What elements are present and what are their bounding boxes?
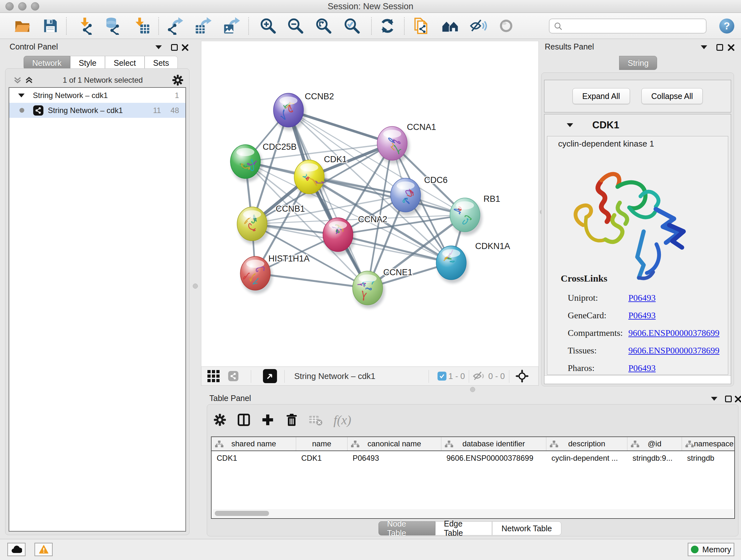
detach-view-icon[interactable]	[263, 369, 277, 383]
import-table-button[interactable]	[131, 16, 152, 36]
expand-all-button[interactable]: Expand All	[572, 88, 630, 104]
crosslink-link[interactable]: P06493	[628, 363, 656, 373]
show-columns-icon[interactable]	[237, 414, 251, 426]
node-label-ccnb2: CCNB2	[305, 91, 334, 101]
add-column-icon[interactable]	[261, 414, 274, 426]
network-node-ccna2[interactable]: CCNA2	[323, 214, 387, 255]
warnings-button[interactable]	[35, 543, 53, 556]
table-panel-close-button[interactable]	[735, 395, 741, 402]
crosslinks-list: Uniprot:P06493 GeneCard:P06493 Compartme…	[568, 289, 722, 375]
gear-icon[interactable]	[213, 414, 226, 426]
table-panel-float-button[interactable]	[725, 395, 732, 402]
crosslink-link[interactable]: 9606.ENSP00000378699	[628, 328, 719, 338]
export-image-button[interactable]	[221, 16, 242, 36]
export-network-button[interactable]	[165, 16, 185, 36]
network-view-icon[interactable]	[228, 371, 239, 381]
zoom-in-button[interactable]	[258, 16, 278, 36]
open-session-button[interactable]	[12, 16, 32, 36]
main-toolbar: ?	[0, 13, 741, 39]
enhanced-labels-toggle-button[interactable]	[468, 16, 488, 36]
tab-select[interactable]: Select	[105, 56, 144, 70]
crosslink-link[interactable]: P06493	[628, 310, 656, 320]
results-scroll-strip[interactable]	[544, 375, 731, 384]
horizontal-splitter-handle[interactable]	[470, 387, 475, 392]
node-section-expander-icon[interactable]	[567, 123, 573, 127]
scrollbar-thumb[interactable]	[215, 511, 269, 516]
table-panel-menu-button[interactable]	[711, 397, 718, 401]
open-folder-icon	[14, 17, 31, 35]
delete-trash-icon[interactable]	[285, 413, 298, 427]
glass-ball-toggle-button[interactable]	[496, 16, 516, 36]
results-panel-body: Expand All Collapse All CDK1 cyclin-depe…	[541, 72, 734, 386]
crosslink-row: Uniprot:P06493	[568, 289, 722, 307]
grid-mode-icon[interactable]	[207, 370, 219, 382]
houses-icon	[441, 17, 459, 35]
collapse-all-button[interactable]: Collapse All	[642, 88, 703, 104]
zoom-fit-button[interactable]	[313, 16, 334, 36]
results-panel-close-button[interactable]	[728, 44, 735, 51]
control-panel-close-button[interactable]	[182, 44, 189, 51]
cloud-button[interactable]	[7, 543, 25, 556]
memory-button[interactable]: Memory	[688, 543, 734, 556]
control-panel-float-button[interactable]	[171, 44, 178, 51]
network-node-cdk1[interactable]: CDK1	[294, 154, 347, 197]
network-node-hist1h1a[interactable]: HIST1H1A	[240, 254, 310, 294]
apply-layout-button[interactable]	[377, 16, 398, 36]
window-titlebar: Session: New Session	[0, 0, 741, 13]
column-header[interactable]: namespace	[682, 437, 735, 450]
results-panel-float-button[interactable]	[717, 44, 723, 51]
column-header[interactable]: @id	[627, 437, 682, 450]
collapse-all-icon[interactable]	[13, 75, 22, 85]
node-label-rb1: RB1	[483, 194, 500, 204]
save-session-button[interactable]	[40, 16, 61, 36]
network-graph[interactable]: CCNB2CCNA1CDC25BCDK1CDC6RB1CCNB1CCNA2CDK…	[201, 41, 538, 366]
column-header[interactable]: name	[296, 437, 347, 450]
tab-style[interactable]: Style	[70, 56, 105, 70]
tab-network[interactable]: Network	[23, 56, 70, 70]
string-home-button[interactable]	[440, 16, 461, 36]
results-panel-title: Results Panel	[545, 42, 594, 51]
tab-sets[interactable]: Sets	[145, 56, 178, 70]
network-node-ccne1[interactable]: CCNE1	[353, 267, 413, 308]
question-mark-icon: ?	[724, 20, 730, 32]
expand-all-icon[interactable]	[24, 75, 33, 85]
network-row-selected[interactable]: String Network – cdk1 11 48	[9, 103, 185, 118]
selected-checkbox-icon[interactable]	[437, 372, 447, 381]
zoom-selected-button[interactable]	[342, 16, 362, 36]
tab-network-table[interactable]: Network Table	[492, 521, 561, 536]
network-panel-body: 1 of 1 Network selected String Network –…	[5, 68, 190, 535]
import-network-button[interactable]	[76, 16, 97, 36]
gear-icon[interactable]	[172, 74, 184, 86]
help-button[interactable]: ?	[719, 18, 734, 34]
node-table: shared name name canonical name database…	[211, 436, 735, 519]
results-panel-menu-button[interactable]	[701, 45, 707, 49]
network-view-canvas[interactable]: CCNB2CCNA1CDC25BCDK1CDC6RB1CCNB1CCNA2CDK…	[201, 41, 539, 367]
control-panel-menu-button[interactable]	[155, 45, 162, 49]
tab-string[interactable]: String	[619, 56, 657, 70]
network-node-rb1[interactable]: RB1	[450, 194, 500, 235]
zoom-in-icon	[259, 17, 277, 35]
crosslink-link[interactable]: 9606.ENSP00000378699	[628, 346, 719, 356]
column-header[interactable]: canonical name	[347, 437, 441, 450]
crosslink-link[interactable]: P06493	[628, 293, 656, 303]
horizontal-scrollbar[interactable]	[212, 509, 734, 517]
network-node-cdkn1a[interactable]: CDKN1A	[436, 241, 510, 283]
collection-expander-icon[interactable]	[18, 94, 24, 98]
zoom-out-button[interactable]	[285, 16, 306, 36]
export-table-button[interactable]	[193, 16, 213, 36]
stringify-network-button[interactable]	[412, 16, 432, 36]
tab-node-table[interactable]: Node Table	[379, 521, 435, 536]
column-header[interactable]: description	[546, 437, 627, 450]
column-header[interactable]: shared name	[212, 437, 296, 450]
image-icon	[224, 24, 234, 34]
zoom-selected-icon	[343, 17, 361, 35]
column-header[interactable]: database identifier	[441, 437, 546, 450]
sphere-icon	[497, 17, 515, 35]
birdseye-crosshair-icon[interactable]	[515, 369, 529, 383]
table-row[interactable]: CDK1 CDK1 P06493 9606.ENSP00000378699 cy…	[212, 451, 734, 465]
search-input[interactable]	[565, 22, 701, 30]
network-collection-row[interactable]: String Network – cdk1 1	[9, 88, 185, 103]
vertical-splitter-handle[interactable]	[193, 284, 198, 289]
import-network-from-database-button[interactable]	[103, 16, 124, 36]
tab-edge-table[interactable]: Edge Table	[435, 521, 492, 536]
